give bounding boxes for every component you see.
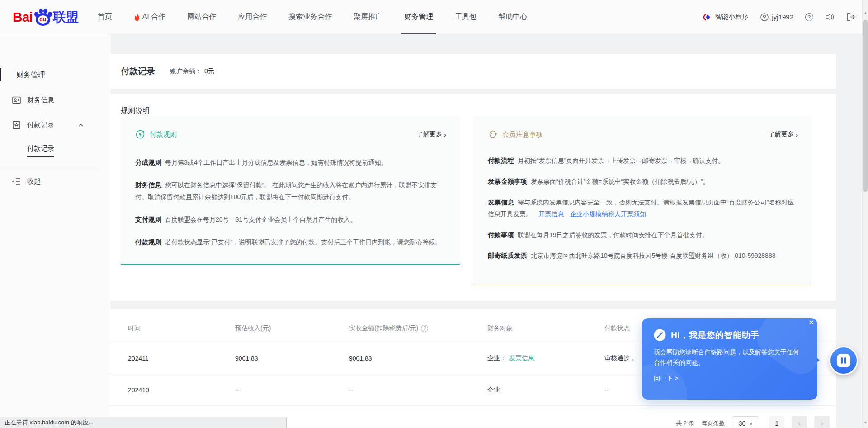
- assistant-app-icon: [837, 354, 850, 367]
- compass-icon: [654, 329, 666, 341]
- next-page-button[interactable]: ›: [814, 416, 830, 428]
- col-actual-amount: 实收金额(扣除税费后/元) ?: [349, 324, 487, 333]
- rule-item: 付款事项联盟在每月19日之后签收的发票，付款时间安排在下个月首批支付。: [488, 229, 798, 241]
- cell-entity: 企业: [487, 386, 604, 394]
- per-page-label: 每页条数: [701, 419, 725, 428]
- balance-label: 账户余额：: [170, 67, 202, 75]
- cell-time: 202410: [128, 386, 235, 394]
- invoice-info-row-link[interactable]: 发票信息: [509, 354, 534, 362]
- assistant-title: Hi，我是您的智能助手: [671, 329, 760, 341]
- rule-item: 付款规则若付款状态显示“已支付”，说明联盟已安排了您的付款。支付后三个工作日内到…: [135, 236, 446, 248]
- rule-item: 分成规则每月第3或4个工作日产出上月分成信息及发票信息，如有特殊情况将提前通知。: [135, 157, 446, 168]
- page-number-button[interactable]: 1: [769, 416, 784, 428]
- chevron-right-icon: ›: [796, 131, 798, 138]
- logo-text-du: du: [36, 13, 50, 26]
- small-taxpayer-notice-link[interactable]: 企业小规模纳税人开票须知: [570, 210, 646, 218]
- invoice-info-link[interactable]: 开票信息: [538, 210, 564, 218]
- assistant-popup: Hi，我是您的智能助手 ✕ 我会帮助您诊断合作链路问题，以及解答您关于任何合作相…: [642, 318, 817, 400]
- logo-text-bai: Bai: [13, 10, 33, 25]
- col-finance-entity: 财务对象: [487, 324, 604, 333]
- miniprogram-diamond-icon: [703, 13, 712, 22]
- navbar-right: 智能小程序 jyj1992 ?: [703, 13, 855, 22]
- nav-item-search-biz[interactable]: 搜索业务合作: [288, 0, 332, 34]
- sidebar: 财务管理 财务信息 付款记录 付款记录 收起: [0, 34, 111, 428]
- assistant-float-button[interactable]: [829, 346, 858, 375]
- collapse-icon: [12, 177, 21, 186]
- browser-status-bar: 正在等待 xlab.baidu.com 的响应...: [0, 417, 287, 428]
- sidebar-item-label: 付款记录: [27, 121, 54, 129]
- nav-item-toolkit[interactable]: 工具包: [455, 0, 476, 34]
- announcement-speaker-icon[interactable]: [825, 13, 835, 21]
- scroll-up-arrow[interactable]: ▲: [863, 11, 868, 15]
- scroll-down-arrow[interactable]: ▼: [863, 421, 868, 425]
- payment-rules-card: 付款规则 了解更多› 分成规则每月第3或4个工作日产出上月分成信息及发票信息，如…: [121, 117, 460, 265]
- chevron-up-icon: [78, 123, 84, 128]
- page-header-card: 付款记录 账户余额：0元: [109, 54, 836, 89]
- user-icon: [760, 13, 769, 21]
- account-balance: 账户余额：0元: [170, 67, 214, 76]
- nav-item-app[interactable]: 应用合作: [238, 0, 267, 34]
- sidebar-title-finance: 财务管理: [16, 71, 111, 80]
- cell-entity: 企业： 发票信息: [487, 354, 604, 362]
- finance-info-icon: [12, 95, 21, 105]
- baidu-paw-icon: du: [33, 8, 52, 27]
- cell-estimated: --: [235, 386, 349, 394]
- nav-item-finance[interactable]: 财务管理: [404, 0, 433, 34]
- sidebar-subitem-label: 付款记录: [27, 144, 54, 157]
- nav-item-home[interactable]: 首页: [98, 0, 112, 34]
- assistant-message: 我会帮助您诊断合作链路问题，以及解答您关于任何合作相关的问题。: [642, 341, 817, 368]
- miniprogram-entry[interactable]: 智能小程序: [703, 13, 749, 22]
- vertical-scrollbar[interactable]: ▲ ▼: [862, 0, 868, 428]
- baidu-union-logo[interactable]: Bai du 联盟: [13, 8, 79, 27]
- chevron-right-icon: ›: [444, 131, 446, 138]
- rule-item: 支付规则百度联盟会在每月20号—31号支付企业会员上个自然月产生的收入。: [135, 214, 446, 225]
- rules-section: 规则说明 付款规则 了解更多› 分成规则每月第3或4个工作日产出上月分成信息及发…: [109, 94, 836, 301]
- scrollbar-thumb[interactable]: [863, 20, 868, 192]
- rules-section-title: 规则说明: [109, 94, 836, 116]
- column-help-icon[interactable]: ?: [421, 325, 428, 332]
- cell-actual: 9001.83: [349, 355, 487, 362]
- chick-icon: [488, 129, 498, 139]
- col-estimated-income: 预估收入(元): [235, 324, 349, 333]
- ask-now-link[interactable]: 问一下 >: [642, 368, 817, 383]
- sidebar-divider: [0, 169, 99, 169]
- rule-item: 发票信息需与系统内发票信息内容完全一致，否则无法支付。请根据发票信息页面中“百度…: [488, 196, 798, 220]
- yen-circle-icon: [135, 129, 145, 139]
- chevron-down-icon: ∨: [749, 421, 753, 427]
- col-time: 时间: [128, 324, 235, 333]
- sidebar-collapse-button[interactable]: 收起: [0, 177, 41, 186]
- help-icon[interactable]: ?: [805, 13, 813, 21]
- top-navbar: Bai du 联盟 首页 AI 合作 网站合作 应用合作 搜索业务合作 聚屏推广…: [0, 0, 868, 34]
- rule-item: 邮寄纸质发票北京市海淀区西北旺东路10号院百度科技园5号楼 百度联盟财务组（收）…: [488, 250, 798, 262]
- member-notes-title: 会员注意事项: [502, 130, 543, 139]
- pagination: 共 2 条 每页条数 30 ∨ 1 ‹ ›: [676, 416, 830, 428]
- nav-item-ai[interactable]: AI 合作: [134, 0, 166, 34]
- member-notes-body: 付款流程月初按“发票信息”页面开具发票→上传发票→邮寄发票→审核→确认支付。 发…: [473, 139, 811, 262]
- balance-value: 0元: [204, 67, 214, 75]
- user-account[interactable]: jyj1992: [760, 13, 793, 21]
- cell-time: 202411: [128, 355, 235, 362]
- sidebar-item-payment-records[interactable]: 付款记录: [0, 120, 111, 130]
- member-notes-card: 会员注意事项 了解更多› 付款流程月初按“发票信息”页面开具发票→上传发票→邮寄…: [473, 117, 811, 285]
- rule-item: 发票金额事项发票票面“价税合计”金额=系统中“实收金额（扣除税费后/元）”。: [488, 176, 798, 187]
- main-nav: 首页 AI 合作 网站合作 应用合作 搜索业务合作 聚屏推广 财务管理 工具包 …: [98, 0, 528, 34]
- payment-rules-body: 分成规则每月第3或4个工作日产出上月分成信息及发票信息，如有特殊情况将提前通知。…: [121, 139, 460, 248]
- logout-icon[interactable]: [846, 13, 855, 21]
- close-icon[interactable]: ✕: [806, 319, 817, 327]
- cell-estimated: 9001.83: [235, 355, 349, 362]
- nav-item-screen-promo[interactable]: 聚屏推广: [354, 0, 382, 34]
- nav-item-help-center[interactable]: 帮助中心: [498, 0, 527, 34]
- nav-item-website[interactable]: 网站合作: [187, 0, 216, 34]
- sidebar-item-label: 财务信息: [27, 96, 54, 105]
- total-count: 共 2 条: [676, 419, 694, 428]
- payment-rules-more-link[interactable]: 了解更多›: [417, 130, 446, 138]
- member-notes-more-link[interactable]: 了解更多›: [769, 130, 798, 138]
- payment-records-icon: [12, 120, 21, 130]
- logo-text-union: 联盟: [53, 9, 79, 26]
- prev-page-button[interactable]: ‹: [792, 416, 807, 428]
- per-page-select[interactable]: 30 ∨: [732, 416, 759, 428]
- sidebar-item-finance-info[interactable]: 财务信息: [0, 95, 111, 105]
- rule-item: 付款流程月初按“发票信息”页面开具发票→上传发票→邮寄发票→审核→确认支付。: [488, 155, 798, 166]
- sidebar-subitem-payment-records[interactable]: 付款记录: [27, 144, 111, 157]
- rule-item: 财务信息您可以在财务信息中选择“保留付款”。 在此期间您产生的收入将在账户内进行…: [135, 179, 446, 203]
